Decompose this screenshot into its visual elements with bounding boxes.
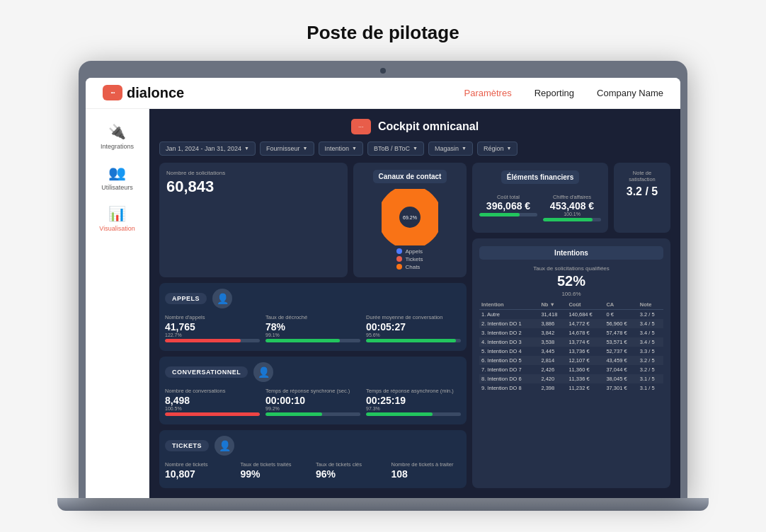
table-cell: 5. Intention DO 4	[479, 347, 539, 356]
sidebar-item-visualisation[interactable]: 📊 Visualisation	[99, 205, 135, 232]
filter-magasin-label: Magasin	[435, 145, 459, 152]
appels-m0-bar	[165, 339, 260, 342]
tickets-title-bar: TICKETS 👤	[165, 436, 461, 456]
conv-m1-bar	[265, 412, 360, 416]
logo-icon: ···	[103, 85, 122, 100]
users-icon: 👥	[108, 164, 126, 181]
filter-region[interactable]: Région ▼	[477, 141, 518, 156]
filters-bar: Jan 1, 2024 - Jan 31, 2024 ▼ Fournisseur…	[159, 141, 670, 156]
filter-intention-label: Intention	[325, 145, 350, 152]
pie-center-label: 69.2%	[403, 215, 417, 220]
channels-title: Canaux de contact	[373, 170, 447, 183]
financial-header-label: Éléments financiers	[501, 170, 579, 184]
sidebar-item-integrations[interactable]: 🔌 Integrations	[101, 123, 134, 150]
chevron-down-icon: ▼	[303, 146, 308, 151]
filter-btob-label: BToB / BToC	[374, 145, 410, 152]
filter-magasin[interactable]: Magasin ▼	[428, 141, 473, 156]
table-cell: 13,736 €	[566, 347, 604, 356]
conv-m0-bar	[165, 412, 260, 416]
tickets-dot	[396, 256, 402, 262]
tickets-m0-label: Nombre de tickets	[165, 461, 235, 468]
conv-m2-label: Temps de réponse asynchrone (min.)	[366, 388, 461, 394]
legend-appels: Appels	[396, 248, 423, 255]
conv-m0-label: Nombre de conversations	[165, 388, 260, 394]
pie-chart: 69.2%	[382, 189, 438, 245]
appels-title-bar: APPELS 👤	[165, 289, 461, 308]
nav-items: Paramètres Reporting Company Name	[464, 88, 663, 98]
table-cell: 8. Intention DO 6	[479, 374, 539, 383]
table-cell: 2. Intention DO 1	[479, 319, 539, 328]
right-column: Éléments financiers Coût total 396,068 €	[472, 163, 670, 488]
table-cell: 3.4 / 5	[638, 337, 663, 347]
nav-reporting[interactable]: Reporting	[535, 88, 574, 98]
filter-date[interactable]: Jan 1, 2024 - Jan 31, 2024 ▼	[159, 141, 256, 156]
table-cell: 4. Intention DO 3	[479, 337, 539, 347]
logo-icon-dots: ···	[110, 89, 114, 97]
appels-metrics: Nombre d'appels 41,765 122.7% Taux de	[165, 314, 461, 342]
intentions-card: Intentions Taux de solicitations qualifi…	[472, 238, 670, 488]
table-cell: 56,960 €	[604, 319, 637, 328]
filter-intention[interactable]: Intention ▼	[319, 141, 363, 156]
appels-m2-bar-fill	[366, 339, 456, 342]
appels-m2-val: 00:05:27	[366, 321, 461, 332]
appels-m1-bar	[265, 339, 360, 342]
appels-m0-pct: 122.7%	[165, 332, 260, 337]
conv-metric-0: Nombre de conversations 8,498 100.5%	[165, 388, 260, 416]
table-row: 4. Intention DO 33,53813,774 €53,571 €3.…	[479, 337, 663, 347]
table-cell: 2,814	[539, 356, 566, 365]
table-cell: 53,571 €	[604, 337, 637, 347]
table-row: 3. Intention DO 23,84214,678 €57,478 €3.…	[479, 328, 663, 337]
tickets-m3-label: Nombre de tickets à traiter	[391, 461, 462, 468]
tickets-m1: Taux de tickets traités 99%	[241, 461, 311, 480]
table-cell: 3.3 / 5	[638, 347, 663, 356]
tickets-metrics: Nombre de tickets 10,807 Taux de tickets…	[165, 461, 461, 480]
sat-label: Note de satisfaction	[621, 170, 663, 183]
conv-m2-bar	[366, 412, 461, 416]
table-cell: 3.4 / 5	[638, 328, 663, 337]
fin-cout-label: Coût total	[479, 194, 537, 200]
appels-m2-pct: 95.6%	[366, 332, 461, 337]
conv-m1-bar-fill	[265, 412, 322, 416]
table-cell: 14,772 €	[566, 319, 604, 328]
filter-btob[interactable]: BToB / BToC ▼	[367, 141, 424, 156]
logo: ··· dialonce	[103, 85, 464, 101]
sidebar-item-utilisateurs[interactable]: 👥 Utilisateurs	[101, 164, 133, 191]
appels-m2-label: Durée moyenne de conversation	[366, 314, 461, 320]
filter-fournisseur[interactable]: Fournisseur ▼	[260, 141, 314, 156]
channels-card: Canaux de contact 69.2%	[353, 163, 467, 277]
table-cell: 9. Intention DO 8	[479, 383, 539, 393]
table-cell: 3.2 / 5	[638, 309, 663, 319]
chevron-down-icon: ▼	[352, 146, 357, 151]
tickets-m3-val: 108	[391, 468, 462, 480]
legend-appels-label: Appels	[405, 248, 422, 255]
conv-metric-2: Temps de réponse asynchrone (min.) 00:25…	[366, 388, 461, 416]
dashboard-title: Cockpit omnicanal	[378, 120, 479, 133]
nav-company[interactable]: Company Name	[597, 88, 663, 98]
top-left-row: Nombre de solicitations 60,843 Canaux de…	[159, 163, 467, 277]
intentions-pct: 100.6%	[479, 291, 663, 297]
legend-chats-label: Chats	[405, 264, 420, 270]
table-cell: 1. Autre	[479, 309, 539, 319]
appels-m1-label: Taux de décroché	[265, 314, 360, 320]
fin-ca-bar-fill	[543, 218, 593, 221]
tickets-avatar: 👤	[215, 436, 234, 456]
tickets-m1-val: 99%	[241, 468, 311, 480]
fin-ca-pct: 100.1%	[543, 212, 601, 216]
fin-ca-val: 453,408 €	[543, 200, 601, 212]
table-row: 1. Autre31,418140,684 €0 €3.2 / 5	[479, 309, 663, 319]
fin-ca-bar	[543, 218, 601, 221]
solicitations-value: 60,843	[166, 178, 341, 196]
table-cell: 31,418	[539, 309, 566, 319]
table-cell: 14,678 €	[566, 328, 604, 337]
fin-cout-bar	[479, 213, 537, 216]
dashboard-header: ··· Cockpit omnicanal	[159, 119, 670, 134]
tickets-section: TICKETS 👤 Nombre de tickets 10,807	[159, 430, 467, 488]
tickets-m0: Nombre de tickets 10,807	[165, 461, 235, 480]
legend-tickets: Tickets	[396, 256, 423, 262]
appels-section: APPELS 👤 Nombre d'appels 41,765 122.7%	[159, 283, 467, 351]
appels-metric-2: Durée moyenne de conversation 00:05:27 9…	[366, 314, 461, 342]
intentions-sub: Taux de solicitations qualifiées	[479, 265, 663, 272]
filter-region-label: Région	[484, 145, 504, 152]
nav-parametres[interactable]: Paramètres	[464, 88, 511, 98]
table-cell: 3.2 / 5	[638, 365, 663, 374]
